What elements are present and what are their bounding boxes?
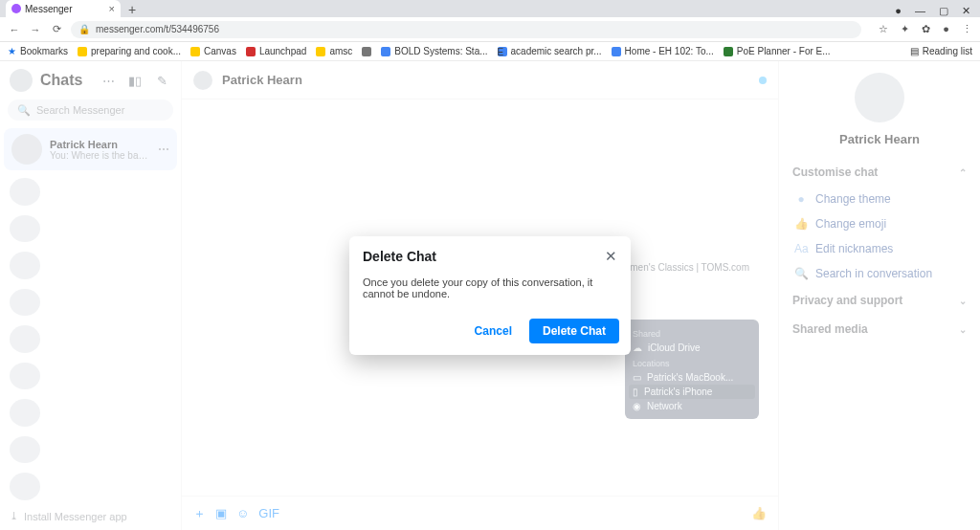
close-icon[interactable]: ✕ (605, 248, 617, 265)
delete-chat-button[interactable]: Delete Chat (529, 319, 619, 343)
lock-icon: 🔒 (78, 24, 90, 34)
reload-icon[interactable]: ⟳ (50, 23, 63, 35)
menu-icon[interactable]: ⋮ (962, 23, 972, 34)
bookmarks-bar: ★Bookmarks preparing and cook... Canvas … (0, 42, 980, 61)
modal-title: Delete Chat (363, 249, 436, 264)
bookmark-item[interactable] (362, 47, 371, 56)
reading-list-icon: ▤ (910, 46, 919, 56)
window-titlebar: Messenger × + ● — ▢ ✕ (0, 0, 980, 17)
bookmark-item[interactable]: amsc (316, 46, 352, 56)
star-icon[interactable]: ☆ (879, 23, 888, 34)
extensions-icon[interactable]: ✦ (901, 23, 909, 34)
bookmark-item[interactable]: BOLD Systems: Sta... (381, 46, 487, 56)
window-controls: ● — ▢ ✕ (895, 3, 980, 17)
back-icon[interactable]: ← (8, 24, 21, 35)
forward-icon[interactable]: → (29, 24, 42, 35)
toolbar-right: ☆ ✦ ✿ ● ⋮ (869, 23, 972, 35)
cancel-button[interactable]: Cancel (465, 319, 522, 343)
browser-toolbar: ← → ⟳ 🔒 messenger.com/t/534496756 ☆ ✦ ✿ … (0, 17, 980, 42)
close-tab-icon[interactable]: × (109, 3, 115, 14)
delete-chat-modal: Delete Chat ✕ Once you delete your copy … (349, 236, 631, 355)
bookmark-item[interactable]: preparing and cook... (78, 46, 181, 56)
bookmark-item[interactable]: Home - EH 102: To... (612, 46, 714, 56)
bookmarks-root[interactable]: ★Bookmarks (8, 46, 68, 56)
modal-body: Once you delete your copy of this conver… (349, 273, 631, 311)
messenger-app: Chats ⋯ ▮▯ ✎ 🔍 Search Messenger Patrick … (0, 61, 980, 530)
window-close-icon[interactable]: ✕ (962, 5, 970, 17)
profile-avatar-icon[interactable]: ● (943, 23, 949, 34)
bookmark-item[interactable]: Eacademic search pr... (498, 46, 602, 56)
bookmark-item[interactable]: Canvas (190, 46, 236, 56)
messenger-favicon (11, 4, 21, 13)
bookmark-item[interactable]: PoE Planner - For E... (724, 46, 831, 56)
extension-icon[interactable]: ✿ (922, 23, 930, 34)
minimize-icon[interactable]: — (915, 5, 925, 17)
tab-title: Messenger (25, 4, 72, 14)
reading-list-button[interactable]: ▤Reading list (910, 46, 972, 56)
new-tab-button[interactable]: + (121, 2, 144, 17)
url-text: messenger.com/t/534496756 (96, 24, 219, 34)
bookmark-item[interactable]: Launchpad (246, 46, 307, 56)
media-indicator-icon[interactable]: ● (895, 5, 902, 17)
address-bar[interactable]: 🔒 messenger.com/t/534496756 (71, 21, 861, 38)
maximize-icon[interactable]: ▢ (939, 5, 948, 17)
browser-tab[interactable]: Messenger × (6, 0, 121, 17)
modal-backdrop: Delete Chat ✕ Once you delete your copy … (0, 61, 980, 530)
